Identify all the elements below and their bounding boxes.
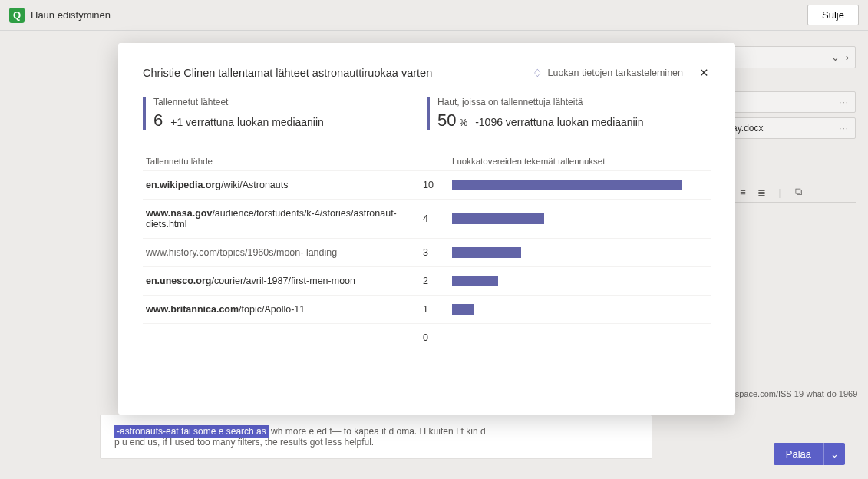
app-title: Haun edistyminen — [31, 9, 111, 21]
source-domain: www.history.com — [146, 247, 217, 258]
reflection-text: p u end us, if I used too many filters, … — [114, 437, 638, 448]
search-progress-icon: Q — [9, 8, 25, 23]
back-button[interactable]: Palaa — [774, 443, 823, 465]
source-domain: en.unesco.org — [146, 276, 211, 286]
lightbulb-icon: ♢ — [533, 67, 543, 79]
bar-fill — [452, 213, 544, 224]
stat-value: 6 — [153, 111, 163, 130]
more-icon[interactable]: ··· — [839, 123, 849, 134]
stat-comparison: +1 verrattuna luokan mediaaniin — [170, 116, 324, 128]
more-icon[interactable]: ··· — [839, 97, 849, 107]
app-bar: Q Haun edistyminen Sulje — [0, 0, 868, 31]
chevron-right-icon[interactable]: › — [846, 51, 849, 63]
bar-fill — [452, 304, 474, 315]
source-domain: en.wikipedia.org — [146, 180, 221, 190]
link-label: Luokan tietojen tarkasteleminen — [547, 68, 683, 78]
bar-fill — [452, 276, 498, 286]
highlighted-text: -astronauts-eat tai some e search as — [114, 425, 269, 438]
save-count: 0 — [423, 332, 446, 343]
column-header-source: Tallennettu lähde — [143, 157, 423, 166]
sources-modal: Christie Clinen tallentamat lähteet astr… — [118, 43, 735, 415]
table-row: en.wikipedia.org/wiki/Astronauts10 — [143, 170, 711, 199]
save-count: 3 — [423, 247, 446, 258]
link-icon[interactable]: ⧉ — [791, 185, 805, 199]
reflection-text: wh more e ed f— to kapea it d oma. H kui… — [271, 426, 485, 437]
back-split-button: Palaa ⌄ — [774, 443, 845, 465]
close-icon[interactable]: ✕ — [697, 66, 711, 80]
bar-fill — [452, 180, 682, 190]
table-row: www.history.com/topics/1960s/moon- landi… — [143, 238, 711, 266]
bar-fill — [452, 247, 521, 258]
modal-title: Christie Clinen tallentamat lähteet astr… — [143, 67, 432, 79]
number-list-icon[interactable]: ≣ — [754, 185, 768, 199]
stat-saved-sources: Tallennetut lähteet 6 +1 verrattuna luok… — [143, 97, 427, 130]
source-path: /topics/1960s/moon- landing — [217, 247, 337, 258]
reflection-card: -astronauts-eat tai some e search as wh … — [100, 415, 652, 459]
source-path: /courier/avril-1987/first-men-moon — [211, 276, 355, 286]
stat-comparison: -1096 verrattuna luokan mediaaniin — [475, 116, 643, 128]
source-path: /topic/Apollo-11 — [239, 304, 305, 315]
source-path: /wiki/Astronauts — [221, 180, 289, 190]
table-row: 0 — [143, 323, 711, 352]
column-header-count-label: Luokkatovereiden tekemät tallennukset — [446, 157, 711, 166]
stat-value: 50 — [437, 111, 456, 130]
stat-label: Tallennetut lähteet — [153, 97, 427, 107]
close-button[interactable]: Sulje — [807, 5, 859, 25]
footer-url: www.space.com/ISS 19-what-do 1969- — [715, 389, 860, 398]
save-count: 2 — [423, 276, 446, 286]
chevron-down-icon: ⌄ — [831, 51, 840, 63]
table-row: www.britannica.com/topic/Apollo-111 — [143, 295, 711, 323]
source-domain: www.britannica.com — [146, 304, 239, 315]
view-class-data-link[interactable]: ♢ Luokan tietojen tarkasteleminen — [533, 67, 683, 79]
stat-label: Haut, joissa on tallennettuja lähteitä — [437, 97, 711, 107]
sources-table: Tallennettu lähde Luokkatovereiden tekem… — [143, 152, 711, 352]
save-count: 1 — [423, 304, 446, 315]
source-domain: www.nasa.gov — [146, 208, 212, 219]
stat-searches-with-sources: Haut, joissa on tallennettuja lähteitä 5… — [427, 97, 711, 130]
table-row: www.nasa.gov/audience/forstudents/k-4/st… — [143, 199, 711, 238]
column-header-count — [423, 157, 446, 166]
save-count: 4 — [423, 213, 446, 224]
save-count: 10 — [423, 180, 446, 190]
bullet-list-icon[interactable]: ≡ — [736, 185, 750, 199]
table-row: en.unesco.org/courier/avril-1987/first-m… — [143, 266, 711, 295]
back-dropdown[interactable]: ⌄ — [823, 443, 845, 465]
